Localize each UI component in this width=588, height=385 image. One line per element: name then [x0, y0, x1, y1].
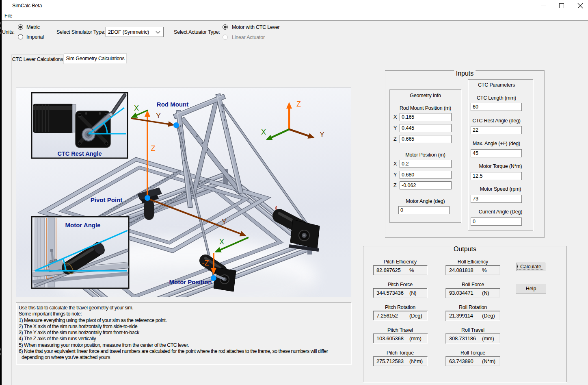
tab-sim-geometry[interactable]: Sim Geometry Calculations	[64, 53, 127, 63]
pitch-travel-box: 103.605368(mm)	[373, 333, 428, 344]
current-angle-label: Current Angle (Deg)	[468, 209, 533, 215]
ctc-rest-angle-label: CTC Rest Angle (deg)	[464, 118, 529, 124]
max-angle-label: Max. Angle (+/-) (deg)	[464, 141, 529, 146]
tab-ctc-lever-label: CTC Lever Calculations	[12, 57, 63, 62]
note-line: 3) The Y axis of the sim runs horizontal…	[19, 330, 328, 336]
minimize-button[interactable]	[541, 6, 546, 6]
ctc-length-field[interactable]: 60	[471, 103, 522, 111]
note-line: Use this tab to calculate the travel geo…	[19, 305, 328, 311]
roll-force-unit: (N)	[482, 290, 489, 296]
geometry-info-title: Geometry Info	[389, 93, 461, 98]
motor-y-field[interactable]: 0.680	[400, 171, 452, 179]
axis-y-lower: Y	[222, 218, 227, 226]
motor-x-field[interactable]: 0.2	[400, 160, 452, 168]
axis-x-upper: X	[134, 104, 139, 112]
pitch-torque-value: 275.712583	[376, 358, 404, 364]
roll-rotation-value: 21.399114	[449, 313, 473, 319]
roll-rotation-box: 21.399114(Deg)	[445, 311, 500, 321]
pitch-torque-box: 275.712583(N*m)	[373, 356, 428, 366]
pitch-efficiency-box: 82.697625%	[373, 265, 428, 275]
radio-metric[interactable]	[18, 24, 23, 30]
pitch-force-box: 344.573436(N)	[373, 288, 428, 298]
inset1-label: CTC Rest Angle	[57, 150, 102, 157]
pitch-efficiency-label: Pitch Efficiency	[373, 259, 428, 265]
current-angle-field[interactable]: 0	[471, 218, 522, 226]
inset-ctc-rest-angle: CTC Rest Angle	[32, 93, 128, 158]
tab-sim-geometry-label: Sim Geometry Calculations	[66, 56, 125, 61]
rod-x-field[interactable]: 0.165	[400, 113, 452, 121]
pitch-efficiency-value: 82.697625	[376, 267, 401, 273]
pitch-force-label: Pitch Force	[373, 282, 428, 287]
pivot-point-marker	[145, 195, 150, 201]
motor-z-label: Z	[393, 183, 396, 188]
simulator-type-value: 2DOF (Symmetric)	[108, 29, 149, 35]
note-line: 1) Measure everything using the pivot of…	[19, 318, 328, 324]
axis-y-upper: Y	[156, 112, 161, 120]
max-angle-field[interactable]: 45	[471, 149, 522, 157]
motor-angle-field[interactable]: 0	[398, 206, 450, 214]
note-line: 5) When measuring your motor position, m…	[19, 342, 328, 348]
ctc-length-label: CTC Length (mm)	[464, 95, 529, 101]
roll-force-value: 93.034471	[449, 290, 473, 296]
menu-bar: File	[0, 11, 588, 20]
simulator-type-select[interactable]: 2DOF (Symmetric)	[106, 27, 164, 37]
motor-angle-label: Motor Angle (deg)	[389, 198, 461, 204]
title-bar: SimCalc Beta	[0, 0, 588, 11]
ctc-rest-angle-field[interactable]: 22	[471, 126, 522, 134]
note-line: 6) Note that your equivalent linear forc…	[19, 348, 328, 355]
roll-force-label: Roll Force	[445, 282, 500, 287]
motor-speed-label: Motor Speed (rpm)	[468, 186, 533, 192]
actuator-type-label: Select Actuator Type:	[174, 29, 220, 35]
motor-speed-field[interactable]: 73	[471, 195, 522, 203]
rod-y-label: Y	[393, 125, 397, 131]
menu-file[interactable]: File	[4, 13, 12, 19]
toolbar: Units: Metric Imperial Select Simulator …	[0, 20, 588, 42]
axis-z-upper: Z	[151, 144, 156, 152]
pitch-travel-label: Pitch Travel	[373, 327, 428, 333]
roll-travel-unit: (mm)	[482, 335, 494, 341]
radio-metric-label[interactable]: Metric	[26, 24, 40, 30]
radio-motor-ctc-label[interactable]: Motor with CTC Lever	[232, 24, 280, 30]
roll-torque-box: 63.743890(N*m)	[445, 356, 500, 366]
pitch-rotation-box: 7.256152(Deg)	[373, 311, 428, 321]
radio-linear-actuator	[223, 35, 228, 40]
calculate-button[interactable]: Calculate	[516, 263, 545, 271]
note-line: 4) The Z axis of the sim runs vertically	[19, 336, 328, 342]
roll-rotation-label: Roll Rotation	[445, 305, 500, 310]
pitch-travel-unit: (mm)	[409, 335, 422, 341]
roll-efficiency-label: Roll Efficiency	[445, 259, 500, 265]
ctc-parameters-title: CTC Parameters	[464, 82, 529, 88]
roll-travel-label: Roll Travel	[445, 327, 500, 333]
pitch-torque-label: Pitch Torque	[373, 350, 428, 356]
roll-torque-label: Roll Torque	[445, 350, 500, 356]
maximize-button[interactable]	[559, 3, 564, 8]
help-button-label: Help	[526, 286, 536, 291]
inset-motor-angle: Motor Angle	[32, 217, 129, 288]
pitch-efficiency-unit: %	[409, 267, 414, 273]
notes-panel: Use this tab to calculate the travel geo…	[16, 302, 351, 364]
rod-z-field[interactable]: 0.665	[400, 135, 452, 143]
pitch-torque-unit: (N*m)	[409, 358, 423, 364]
rod-z-label: Z	[393, 136, 396, 142]
tab-ctc-lever[interactable]: CTC Lever Calculations	[11, 54, 64, 64]
motor-torque-field[interactable]: 12.5	[471, 172, 522, 180]
radio-imperial-label[interactable]: Imperial	[26, 34, 44, 40]
triad-y-label: Y	[320, 131, 324, 139]
motor-position-label: Motor Position (m)	[389, 152, 461, 158]
radio-imperial[interactable]	[18, 34, 23, 39]
motor-z-field[interactable]: -0.062	[400, 181, 452, 189]
close-button[interactable]	[577, 3, 583, 9]
radio-motor-ctc[interactable]	[223, 24, 228, 30]
help-button[interactable]: Help	[516, 284, 546, 294]
pitch-rotation-label: Pitch Rotation	[373, 305, 428, 310]
motor-x-label: X	[393, 161, 397, 167]
window-title: SimCalc Beta	[12, 3, 42, 9]
rod-mount-position-label: Rod Mount Position (m)	[389, 105, 461, 111]
pitch-rotation-value: 7.256152	[376, 313, 398, 319]
chevron-down-icon	[156, 31, 160, 34]
simulator-type-label: Select Simulator Type:	[56, 29, 105, 35]
rod-y-field[interactable]: 0.445	[400, 124, 452, 132]
pitch-force-unit: (N)	[409, 290, 416, 296]
calculate-button-label: Calculate	[520, 264, 541, 270]
app-window: SimCalc Beta File Units: Metric Imperial…	[0, 0, 588, 385]
